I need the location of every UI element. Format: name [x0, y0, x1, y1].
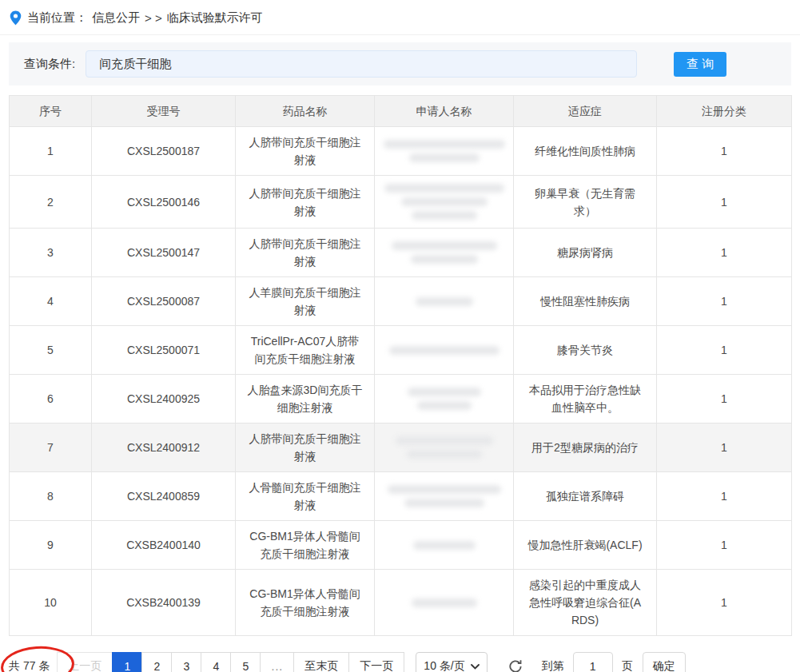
table-row: 9 CXSB2400140 CG-BM1异体人骨髓间充质干细胞注射液 慢加急性肝… — [10, 521, 792, 570]
cell-acceptance-no: CXSL2500087 — [92, 277, 236, 326]
cell-drug-name: 人脐带间充质干细胞注射液 — [236, 423, 375, 472]
cell-indication: 慢性阻塞性肺疾病 — [514, 277, 657, 326]
header-reg-class: 注册分类 — [657, 96, 792, 127]
next-page-button[interactable]: 下一页 — [348, 652, 404, 672]
cell-applicant-redacted — [375, 277, 514, 326]
cell-applicant-redacted — [375, 176, 514, 229]
cell-reg-class: 1 — [657, 570, 792, 636]
cell-reg-class: 1 — [657, 176, 792, 229]
cell-index: 4 — [10, 277, 92, 326]
cell-applicant-redacted — [375, 375, 514, 423]
cell-index: 1 — [10, 127, 92, 176]
page-button-4[interactable]: 4 — [201, 652, 231, 672]
cell-acceptance-no: CXSL2500147 — [92, 229, 236, 277]
cell-applicant-redacted — [375, 326, 514, 375]
cell-index: 10 — [10, 570, 92, 636]
breadcrumb-current: 临床试验默示许可 — [167, 10, 263, 26]
page-button-5[interactable]: 5 — [230, 652, 261, 672]
cell-reg-class: 1 — [657, 229, 792, 277]
confirm-button[interactable]: 确定 — [643, 652, 686, 672]
table-row: 10 CXSB2400139 CG-BM1异体人骨髓间充质干细胞注射液 感染引起… — [10, 570, 792, 636]
cell-applicant-redacted — [375, 127, 514, 176]
cell-indication: 纤维化性间质性肺病 — [514, 127, 657, 176]
cell-index: 3 — [10, 229, 92, 277]
cell-index: 9 — [10, 521, 92, 570]
cell-index: 6 — [10, 375, 92, 423]
search-button[interactable]: 查询 — [674, 52, 726, 77]
page-button-1[interactable]: 1 — [112, 652, 142, 672]
cell-drug-name: 人骨髓间充质干细胞注射液 — [236, 472, 375, 521]
cell-reg-class: 1 — [657, 472, 792, 521]
last-page-button[interactable]: 至末页 — [293, 652, 349, 672]
breadcrumb-section[interactable]: 信息公开 — [92, 10, 140, 26]
cell-acceptance-no: CXSL2400925 — [92, 375, 236, 423]
pagination-bar: 共 77 条 上一页 1 2 3 4 5 ... 至末页 下一页 10 条/页 … — [9, 651, 791, 672]
cell-indication: 本品拟用于治疗急性缺血性脑卒中。 — [514, 375, 657, 423]
page-button-2[interactable]: 2 — [141, 652, 172, 672]
prev-page-button[interactable]: 上一页 — [57, 652, 113, 672]
cell-applicant-redacted — [375, 521, 514, 570]
cell-drug-name: CG-BM1异体人骨髓间充质干细胞注射液 — [236, 521, 375, 570]
cell-reg-class: 1 — [657, 423, 792, 472]
cell-acceptance-no: CXSB2400139 — [92, 570, 236, 636]
refresh-button[interactable] — [506, 657, 525, 672]
cell-drug-name: TriCellPr-AC07人脐带间充质干细胞注射液 — [236, 326, 375, 375]
cell-indication: 感染引起的中重度成人急性呼吸窘迫综合征(ARDS) — [514, 570, 657, 636]
cell-indication: 糖尿病肾病 — [514, 229, 657, 277]
chevron-down-icon — [471, 664, 480, 670]
cell-indication: 膝骨关节炎 — [514, 326, 657, 375]
cell-reg-class: 1 — [657, 521, 792, 570]
cell-index: 2 — [10, 176, 92, 229]
cell-drug-name: 人脐带间充质干细胞注射液 — [236, 176, 375, 229]
cell-acceptance-no: CXSL2400859 — [92, 472, 236, 521]
cell-acceptance-no: CXSL2400912 — [92, 423, 236, 472]
cell-index: 5 — [10, 326, 92, 375]
goto-page-input[interactable] — [573, 652, 613, 672]
table-row: 2 CXSL2500146 人脐带间充质干细胞注射液 卵巢早衰（无生育需求） 1 — [10, 176, 792, 229]
search-label: 查询条件: — [24, 57, 75, 72]
breadcrumb: 当前位置： 信息公开 > > 临床试验默示许可 — [0, 0, 800, 35]
cell-applicant-redacted — [375, 570, 514, 636]
cell-indication: 慢加急性肝衰竭(ACLF) — [514, 521, 657, 570]
table-row: 7 CXSL2400912 人脐带间充质干细胞注射液 用于2型糖尿病的治疗 1 — [10, 423, 792, 472]
cell-drug-name: 人羊膜间充质干细胞注射液 — [236, 277, 375, 326]
cell-applicant-redacted — [375, 472, 514, 521]
header-index: 序号 — [10, 96, 92, 127]
page-size-select[interactable]: 10 条/页 — [416, 652, 487, 672]
header-indication: 适应症 — [514, 96, 657, 127]
cell-acceptance-no: CXSB2400140 — [92, 521, 236, 570]
table-row: 8 CXSL2400859 人骨髓间充质干细胞注射液 孤独症谱系障碍 1 — [10, 472, 792, 521]
table-header-row: 序号 受理号 药品名称 申请人名称 适应症 注册分类 — [10, 96, 792, 127]
refresh-icon — [507, 658, 523, 672]
cell-acceptance-no: CXSL2500187 — [92, 127, 236, 176]
cell-applicant-redacted — [375, 229, 514, 277]
table-row: 6 CXSL2400925 人胎盘来源3D间充质干细胞注射液 本品拟用于治疗急性… — [10, 375, 792, 423]
header-acceptance-no: 受理号 — [92, 96, 236, 127]
goto-page-label: 到第 — [542, 659, 564, 672]
cell-acceptance-no: CXSL2500071 — [92, 326, 236, 375]
cell-reg-class: 1 — [657, 375, 792, 423]
search-panel: 查询条件: 查询 — [9, 42, 791, 85]
table-row: 1 CXSL2500187 人脐带间充质干细胞注射液 纤维化性间质性肺病 1 — [10, 127, 792, 176]
breadcrumb-separator: > > — [145, 11, 162, 25]
location-pin-icon — [10, 10, 22, 26]
cell-indication: 卵巢早衰（无生育需求） — [514, 176, 657, 229]
cell-drug-name: 人脐带间充质干细胞注射液 — [236, 229, 375, 277]
header-drug-name: 药品名称 — [236, 96, 375, 127]
cell-index: 8 — [10, 472, 92, 521]
page-ellipsis-button[interactable]: ... — [260, 652, 294, 672]
cell-reg-class: 1 — [657, 277, 792, 326]
results-table: 序号 受理号 药品名称 申请人名称 适应症 注册分类 1 CXSL2500187… — [9, 95, 792, 636]
search-input[interactable] — [86, 50, 637, 78]
cell-drug-name: CG-BM1异体人骨髓间充质干细胞注射液 — [236, 570, 375, 636]
cell-indication: 孤独症谱系障碍 — [514, 472, 657, 521]
cell-reg-class: 1 — [657, 127, 792, 176]
cell-reg-class: 1 — [657, 326, 792, 375]
table-row: 5 CXSL2500071 TriCellPr-AC07人脐带间充质干细胞注射液… — [10, 326, 792, 375]
goto-page-unit: 页 — [622, 659, 633, 672]
page-button-3[interactable]: 3 — [171, 652, 201, 672]
cell-acceptance-no: CXSL2500146 — [92, 176, 236, 229]
table-row: 3 CXSL2500147 人脐带间充质干细胞注射液 糖尿病肾病 1 — [10, 229, 792, 277]
cell-drug-name: 人脐带间充质干细胞注射液 — [236, 127, 375, 176]
table-row: 4 CXSL2500087 人羊膜间充质干细胞注射液 慢性阻塞性肺疾病 1 — [10, 277, 792, 326]
